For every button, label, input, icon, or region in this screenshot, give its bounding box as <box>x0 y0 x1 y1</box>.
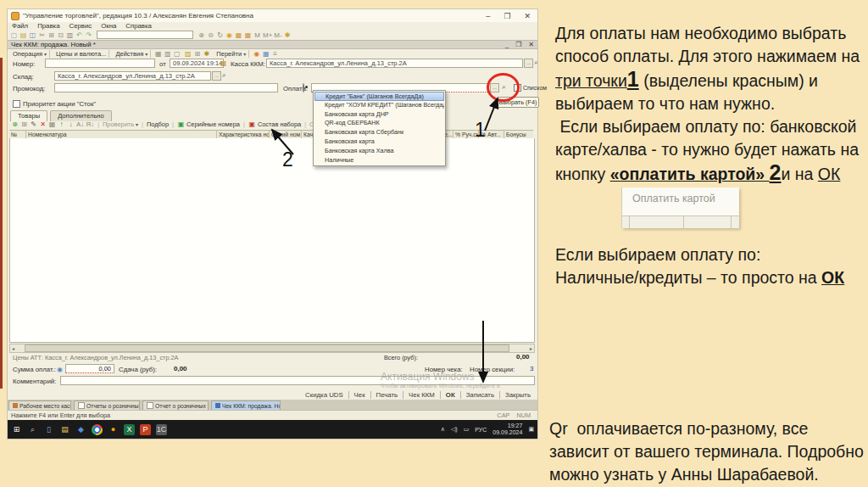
copy-icon[interactable]: ⊞ <box>47 31 55 39</box>
menu-item-2[interactable]: Сервис <box>70 22 92 30</box>
close-button[interactable]: ✕ <box>524 12 531 20</box>
refresh-icon[interactable]: ↻ <box>216 31 224 39</box>
ok-button[interactable]: ОК <box>440 391 460 399</box>
warehouse-ellipsis-button[interactable]: ... <box>212 71 221 81</box>
goto-menu-button[interactable]: Перейти ▾ <box>214 50 249 58</box>
list-icon[interactable]: ▥ <box>164 50 171 58</box>
copy-doc-icon[interactable]: ⊞ <box>193 50 201 58</box>
dropdown-item-home-credit[interactable]: Кредит "ХОУМ КРЕДИТ" (Шаганов ВсегдаДа) <box>314 101 444 110</box>
operation-menu-button[interactable]: Операция ▾ <box>10 50 50 58</box>
kkm-field[interactable]: Касса_г. Александров_ул.Ленина_д.13_стр.… <box>266 59 523 68</box>
window-tab-retail-report[interactable]: Отчет о розничных продажа... <box>142 400 209 410</box>
open-folder-icon[interactable]: ▤ <box>19 31 27 39</box>
minimize-button[interactable]: – <box>486 12 490 20</box>
add-row-icon[interactable]: ⊕ <box>11 120 19 128</box>
prices-icon[interactable]: ▨ <box>184 50 192 58</box>
memory-minus-icon[interactable]: М- <box>274 31 281 39</box>
edit-row-icon[interactable]: ✎ <box>30 120 37 128</box>
notification-center-icon[interactable]: ▣ <box>528 426 534 433</box>
zoom-out-icon[interactable]: ⊖ <box>207 31 214 39</box>
dropdown-item-card-halva[interactable]: Банковская карта Халва <box>314 147 444 156</box>
window-tab-retail-reports[interactable]: Отчеты о розничных продаж... <box>74 400 140 410</box>
scroll-left-arrow[interactable]: ◂ <box>10 345 16 351</box>
window-tab-kkm-check[interactable]: Чек ККМ: продажа. Новый * <box>211 400 281 410</box>
settings-icon[interactable]: ≡ <box>271 50 279 58</box>
maximize-button[interactable]: ❐ <box>504 12 510 20</box>
search-icon[interactable]: ⌕ <box>27 424 38 435</box>
warehouse-field[interactable]: Касса_г. Александров_ул.Ленина_д.13_стр.… <box>54 71 211 81</box>
start-button[interactable]: ⊞ <box>11 424 22 435</box>
close-doc-button[interactable]: Закрыть <box>499 391 536 399</box>
zoom-in-icon[interactable]: ⊕ <box>198 31 205 39</box>
powerpoint-icon[interactable]: P <box>140 424 151 435</box>
memory-icon[interactable]: М <box>253 31 261 39</box>
dropdown-item-card[interactable]: Банковская карта <box>314 137 444 147</box>
window-tab-cashier[interactable]: Рабочее место кассира <box>8 400 71 410</box>
redo-icon[interactable]: ↷ <box>85 31 92 39</box>
calculator-icon[interactable]: ▦ <box>244 31 252 39</box>
structure-icon[interactable]: ▦ <box>154 50 162 58</box>
info-icon[interactable]: ◉ <box>253 50 260 58</box>
calendar-icon[interactable]: ▦ <box>235 31 242 39</box>
report-icon[interactable]: ▦ <box>262 50 270 58</box>
1c-orange-icon[interactable]: ● <box>108 424 119 435</box>
volume-icon[interactable]: ◁) <box>451 426 458 433</box>
doc-close-button[interactable]: ✕ <box>528 41 534 48</box>
save-button[interactable]: Записать <box>460 391 499 399</box>
dropdown-item-credit-bank[interactable]: Кредит "Банк" (Шаганов ВсегдаДа) <box>314 92 444 101</box>
dropdown-item-card-dnr[interactable]: Банковская карта ДНР <box>314 110 444 120</box>
pick-goods-button[interactable]: Подбор <box>147 120 169 128</box>
check-button-bottom[interactable]: Чек <box>348 391 370 399</box>
calendar-picker-icon[interactable]: ▦ <box>220 59 227 67</box>
clock[interactable]: 19:27 09.09.2024 <box>492 423 522 436</box>
calculator-small-icon[interactable]: ◉ <box>56 366 64 373</box>
payment-radio[interactable] <box>303 83 304 92</box>
stock-priority-checkbox[interactable]: Приоритет акции "Сток" <box>13 100 96 108</box>
uds-discount-button[interactable]: Скидка UDS <box>300 391 348 399</box>
warehouse-magnifier-icon[interactable]: ⌕ <box>222 70 225 80</box>
excel-icon[interactable]: X <box>124 424 135 435</box>
scrollbar-thumb[interactable] <box>25 344 509 352</box>
horizontal-scrollbar[interactable]: ◂ ▸ <box>9 344 535 353</box>
dropdown-item-qr-sberbank[interactable]: QR-код СБЕРБАНК <box>314 119 444 128</box>
your-phone-icon[interactable]: ▯ <box>43 424 54 435</box>
cut-icon[interactable]: ✂ <box>38 31 46 39</box>
serial-numbers-button[interactable]: Серийные номера <box>186 120 240 128</box>
paste-icon[interactable]: ⊡ <box>57 31 64 39</box>
tip-icon[interactable]: ✱ <box>284 31 292 39</box>
number-field[interactable] <box>45 59 155 68</box>
language-indicator[interactable]: РУС <box>475 427 487 433</box>
sort-asc-icon[interactable]: А↓ <box>76 120 84 128</box>
kkm-check-button[interactable]: Чек ККМ <box>403 391 440 399</box>
undo-icon[interactable]: ↶ <box>75 31 83 39</box>
columns-icon[interactable]: ▦ <box>48 120 56 128</box>
favorites-icon[interactable]: ✱ <box>203 50 210 58</box>
menu-item-4[interactable]: Справка <box>125 22 152 30</box>
prices-currency-button[interactable]: Цены и валюта... <box>53 50 109 58</box>
chrome-icon[interactable]: ● <box>92 424 103 435</box>
move-down-icon[interactable]: ↓ <box>67 120 75 128</box>
move-up-icon[interactable]: ↑ <box>58 120 65 128</box>
menu-item-0[interactable]: Файл <box>12 22 28 30</box>
app-blue-icon[interactable]: ◆ <box>75 424 86 435</box>
kkm-magnifier-icon[interactable]: ⌕ <box>534 58 537 67</box>
new-file-icon[interactable]: ▢ <box>10 31 18 39</box>
set-contents-button[interactable]: Состав набора <box>258 120 301 128</box>
file-explorer-icon[interactable]: ▤ <box>59 424 70 435</box>
table-body[interactable] <box>9 138 535 343</box>
quick-search-input[interactable] <box>97 31 193 39</box>
print-icon[interactable]: ▥ <box>66 31 74 39</box>
save-icon[interactable]: ◫ <box>29 31 36 39</box>
dropdown-item-cash[interactable]: Наличные <box>314 156 444 165</box>
doc-icon[interactable]: ▢ <box>173 50 181 58</box>
promo-field[interactable] <box>54 83 278 92</box>
network-icon[interactable]: ▭ <box>464 426 470 433</box>
doc-restore-button[interactable]: ❐ <box>515 41 521 48</box>
date-field[interactable]: 09.09.2024 19:14:48 <box>170 59 224 68</box>
1c-gray-icon[interactable]: 1С <box>156 424 167 435</box>
help-icon[interactable]: ◉ <box>225 31 233 39</box>
kkm-ellipsis-button[interactable]: ... <box>524 59 533 68</box>
print-button[interactable]: Печать <box>370 391 403 399</box>
dropdown-item-card-sberbank[interactable]: Банковская карта Сбербанк <box>314 128 444 137</box>
paid-sum-field[interactable]: 0,00 <box>65 364 114 373</box>
